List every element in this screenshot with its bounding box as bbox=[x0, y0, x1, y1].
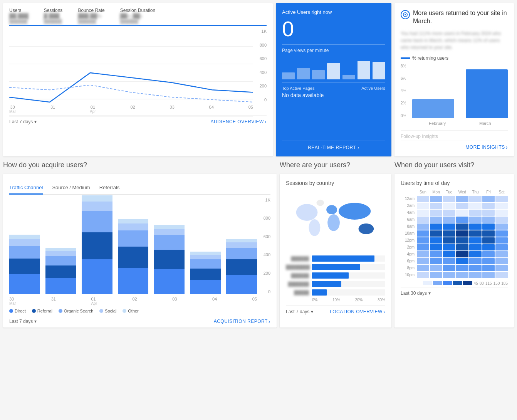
metric-users-label: Users bbox=[9, 8, 29, 13]
insights-x-labels: February March bbox=[412, 121, 508, 126]
chevron-right-icon: › bbox=[358, 145, 359, 150]
heatmap: Sun Mon Tue Wed Thu Fri Sat 12am 2am bbox=[401, 189, 508, 278]
audience-overview-card: Users ██ ███ ██████ Sessions █ ███ █████… bbox=[3, 3, 273, 156]
location-date-range[interactable]: Last 7 days ▾ bbox=[286, 309, 313, 314]
target-icon bbox=[403, 12, 408, 17]
metric-bounce-label: Bounce Rate bbox=[78, 8, 104, 13]
metric-sessions-sub: ██████ bbox=[44, 19, 63, 24]
svg-point-14 bbox=[316, 200, 324, 206]
chart-x-labels: 30Mar 31 01Apr 02 03 04 05 bbox=[9, 105, 253, 114]
bar-03apr bbox=[154, 225, 185, 294]
rt-bar-5 bbox=[342, 75, 355, 79]
hour-label-10am: 10am bbox=[401, 230, 416, 237]
realtime-count: 0 bbox=[282, 18, 385, 40]
heatmap-header-mon: Mon bbox=[430, 189, 442, 195]
svg-point-11 bbox=[327, 214, 340, 231]
acquisition-card: Traffic Channel Source / Medium Referral… bbox=[3, 174, 277, 328]
chevron-right-icon: › bbox=[265, 119, 267, 125]
bar-30mar bbox=[9, 235, 40, 294]
metric-duration: Session Duration ██m ██s ██████ bbox=[120, 8, 155, 24]
dropdown-arrow-icon: ▾ bbox=[34, 119, 37, 124]
hour-label-6pm: 6pm bbox=[401, 258, 416, 264]
insights-bar-mar bbox=[466, 69, 508, 118]
legend-organic: Organic Search bbox=[59, 309, 93, 313]
heatmap-header-fri: Fri bbox=[482, 189, 495, 195]
insights-bar-feb bbox=[412, 99, 454, 118]
country-bars: ██████ ████████ ██████ bbox=[286, 255, 385, 296]
dropdown-arrow-icon: ▾ bbox=[34, 319, 37, 324]
realtime-report-link[interactable]: REAL-TIME REPORT › bbox=[282, 141, 385, 150]
location-section-title: Where are your users? bbox=[280, 161, 391, 171]
svg-point-8 bbox=[296, 204, 318, 221]
hour-label-12am: 12am bbox=[401, 196, 416, 202]
hour-label-12pm: 12pm bbox=[401, 237, 416, 244]
heatmap-header-tue: Tue bbox=[443, 189, 455, 195]
metric-sessions-value: █ ███ bbox=[44, 13, 63, 19]
heatmap-header-thu: Thu bbox=[469, 189, 482, 195]
acquisition-section-title: How do you acquire users? bbox=[3, 161, 277, 171]
hour-label-8am: 8am bbox=[401, 223, 416, 230]
metric-duration-sub: ██████ bbox=[120, 19, 155, 24]
location-overview-link[interactable]: LOCATION OVERVIEW › bbox=[330, 309, 385, 315]
location-footer: Last 7 days ▾ LOCATION OVERVIEW › bbox=[286, 305, 385, 315]
insights-card: More users returned to your site in Marc… bbox=[394, 3, 514, 156]
bar-04apr bbox=[190, 252, 221, 294]
metric-sessions: Sessions █ ███ ██████ bbox=[44, 8, 63, 24]
tab-referrals[interactable]: Referrals bbox=[99, 181, 120, 194]
follow-up-insights: Follow-up Insights bbox=[401, 130, 508, 139]
hour-label-4am: 4am bbox=[401, 210, 416, 216]
more-insights-link[interactable]: MORE INSIGHTS › bbox=[465, 144, 508, 150]
acquisition-y-labels: 1K 800 600 400 200 0 bbox=[264, 198, 270, 294]
svg-point-9 bbox=[309, 219, 321, 236]
rt-bar-4 bbox=[327, 63, 340, 79]
metric-users-sub: ██████ bbox=[9, 19, 29, 24]
world-map-svg bbox=[286, 189, 385, 251]
bar-02apr bbox=[118, 219, 149, 294]
dropdown-arrow-icon: ▾ bbox=[428, 291, 431, 296]
svg-point-10 bbox=[326, 205, 337, 214]
bar-31mar bbox=[45, 248, 76, 294]
realtime-card: Active Users right now 0 Page views per … bbox=[276, 3, 391, 156]
rt-bar-3 bbox=[312, 70, 325, 79]
tod-footer: Last 30 days ▾ bbox=[401, 287, 508, 296]
acquisition-footer: Last 7 days ▾ ACQUISITION REPORT › bbox=[9, 315, 270, 324]
chevron-right-icon: › bbox=[506, 144, 508, 150]
insights-bar-chart: 8% 6% 4% 2% 0% February March bbox=[401, 64, 508, 126]
metric-users-value: ██ ███ bbox=[9, 13, 29, 19]
metric-bounce-sub: ██████ bbox=[78, 19, 104, 24]
tab-source-medium[interactable]: Source / Medium bbox=[52, 181, 90, 194]
svg-point-13 bbox=[359, 223, 374, 234]
insights-legend: % returning users bbox=[401, 55, 508, 61]
legend-other: Other bbox=[123, 309, 139, 313]
tab-traffic-channel[interactable]: Traffic Channel bbox=[9, 181, 43, 195]
date-range-dropdown[interactable]: Last 7 days ▾ bbox=[9, 119, 37, 124]
heatmap-header-wed: Wed bbox=[456, 189, 468, 195]
svg-point-7 bbox=[405, 14, 406, 15]
realtime-pages-header: Top Active Pages Active Users bbox=[282, 82, 385, 91]
location-card: Sessions by country bbox=[280, 174, 391, 328]
insights-title: More users returned to your site in Marc… bbox=[413, 9, 508, 25]
chevron-right-icon: › bbox=[269, 318, 270, 324]
legend-color-block bbox=[401, 57, 410, 59]
insights-desc: You had 111% more users in February 2024… bbox=[401, 30, 508, 51]
acquisition-date-range[interactable]: Last 7 days ▾ bbox=[9, 319, 37, 324]
tod-date-range[interactable]: Last 30 days ▾ bbox=[401, 291, 431, 296]
dropdown-arrow-icon: ▾ bbox=[311, 309, 313, 314]
country-bar-row-4: ███████ bbox=[286, 281, 385, 287]
tabs-row: Traffic Channel Source / Medium Referral… bbox=[9, 181, 270, 195]
metric-users: Users ██ ███ ██████ bbox=[9, 8, 29, 24]
country-bar-row-2: ████████ bbox=[286, 264, 385, 270]
bar-05apr bbox=[226, 239, 257, 294]
rt-bar-1 bbox=[282, 72, 295, 79]
insights-bars bbox=[412, 64, 508, 118]
audience-overview-link[interactable]: AUDIENCE OVERVIEW › bbox=[211, 119, 267, 125]
legend-referral: Referral bbox=[32, 309, 52, 313]
metric-bounce-value: ███.██% bbox=[78, 13, 104, 19]
insights-header: More users returned to your site in Marc… bbox=[401, 9, 508, 25]
realtime-bars bbox=[282, 56, 385, 79]
hour-label-4pm: 4pm bbox=[401, 251, 416, 257]
hour-label-6am: 6am bbox=[401, 217, 416, 223]
metric-bounce: Bounce Rate ███.██% ██████ bbox=[78, 8, 104, 24]
bar-01apr bbox=[82, 195, 112, 294]
acquisition-report-link[interactable]: ACQUISITION REPORT › bbox=[214, 318, 270, 324]
